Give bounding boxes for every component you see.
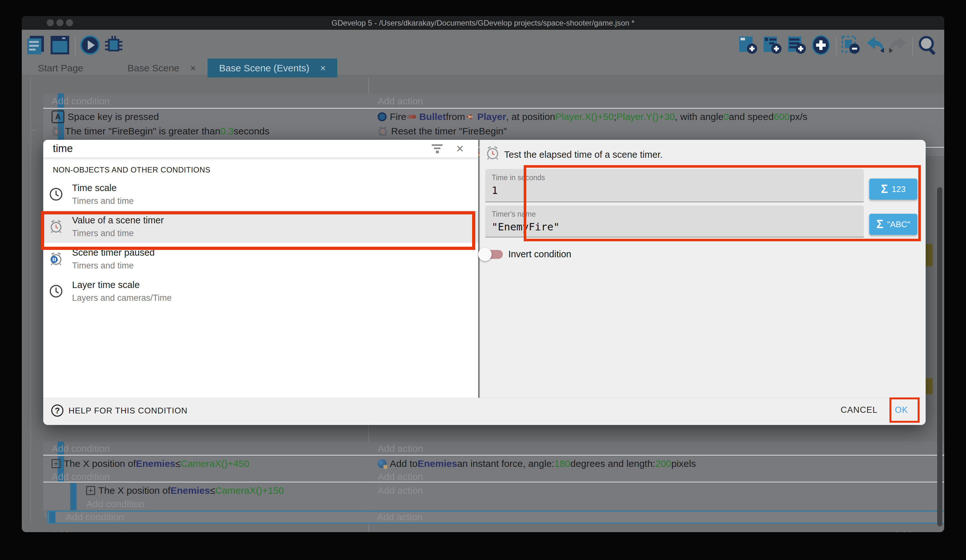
debug-icon[interactable] xyxy=(104,35,124,55)
conditions-cell: Add condition xyxy=(43,93,368,109)
annotation-rect-parameter-fields xyxy=(524,165,921,241)
instruction-text[interactable]: The timer "FireBegin" is greater than 0.… xyxy=(43,124,368,138)
screenshot-root: GDevelop 5 - /Users/dkarakay/Documents/G… xyxy=(0,0,966,560)
event-row[interactable]: Add conditionAdd action xyxy=(43,93,944,109)
condition-list-item[interactable]: Layer time scaleLayers and cameras/Time xyxy=(43,275,478,308)
scrollbar-thumb[interactable] xyxy=(937,187,942,526)
titlebar: GDevelop 5 - /Users/dkarakay/Documents/G… xyxy=(22,16,944,30)
instruction-text[interactable]: ASpace key is pressed xyxy=(43,110,368,124)
event-tree-line xyxy=(30,129,36,130)
bullet-object-icon xyxy=(406,115,416,119)
add-circle-icon[interactable] xyxy=(811,35,831,55)
annotation-rect-selected-condition xyxy=(41,211,475,250)
event-tree-line xyxy=(30,77,31,522)
toolbar-separator xyxy=(75,37,76,56)
actions-cell: Add action xyxy=(369,442,944,456)
instruction-text[interactable]: The X position of Enemies ≤ CameraX()+45… xyxy=(43,456,368,471)
add-instruction-link[interactable]: Add action xyxy=(369,442,944,456)
force-icon xyxy=(378,459,387,468)
add-instruction-link[interactable]: Add action xyxy=(369,93,944,109)
tab-bar: Start PageBase Scene×Base Scene (Events)… xyxy=(22,59,944,77)
invert-condition-label: Invert condition xyxy=(508,249,572,260)
scene-editor-icon[interactable] xyxy=(50,35,70,55)
close-icon[interactable]: × xyxy=(455,143,465,154)
instruction-text[interactable]: The X position of Enemies ≤ CameraX()+15… xyxy=(78,483,368,498)
timer-icon xyxy=(52,126,62,136)
position-icon xyxy=(52,459,61,468)
condition-group: Timers and time xyxy=(72,261,134,271)
condition-list-panel: time × NON-OBJECTS AND OTHER CONDITIONS … xyxy=(43,140,478,398)
add-condition-link[interactable]: Add condition xyxy=(58,512,124,522)
add-instruction-link[interactable]: Add action xyxy=(369,483,944,498)
condition-title: Time scale xyxy=(72,183,117,193)
clock-icon xyxy=(49,284,63,298)
project-manager-icon[interactable] xyxy=(26,35,46,55)
search-bar: time × xyxy=(43,140,478,157)
add-more-link[interactable]: Add... xyxy=(894,529,918,532)
selected-empty-event[interactable]: Add condition Add action xyxy=(48,511,944,524)
clock-icon xyxy=(49,187,63,201)
event-handle-bar[interactable] xyxy=(70,483,77,510)
delete-event-icon[interactable] xyxy=(840,35,860,55)
help-button[interactable]: ? HELP FOR THIS CONDITION xyxy=(51,404,188,417)
add-instruction-link[interactable]: Add condition xyxy=(78,498,368,510)
add-action-link[interactable]: Add action xyxy=(369,512,422,522)
fire-bullet-icon xyxy=(378,112,387,121)
instruction-text[interactable]: Add to Enemies an instant force, angle: … xyxy=(369,456,944,471)
conditions-cell: The X position of Enemies ≤ CameraX()+45… xyxy=(43,456,368,483)
alarm-clock-icon xyxy=(485,146,500,160)
add-instruction-link[interactable]: Add condition xyxy=(43,471,368,483)
cancel-button[interactable]: CANCEL xyxy=(840,405,877,415)
help-icon: ? xyxy=(51,404,63,417)
conditions-cell: Add condition xyxy=(43,442,368,456)
conditions-cell: The X position of Enemies ≤ CameraX()+15… xyxy=(78,483,368,510)
tab-label: Base Scene (Events) xyxy=(219,63,309,74)
help-label: HELP FOR THIS CONDITION xyxy=(69,406,188,416)
condition-group: Timers and time xyxy=(72,196,134,206)
dialog-footer: ? HELP FOR THIS CONDITION CANCEL OK xyxy=(43,398,926,425)
redo-icon[interactable] xyxy=(888,35,909,55)
actions-cell: Add action xyxy=(369,483,944,510)
tab-label: Start Page xyxy=(38,63,83,74)
tab-base-scene-events-[interactable]: Base Scene (Events)× xyxy=(207,59,337,77)
tab-close-icon[interactable]: × xyxy=(190,63,196,74)
event-row[interactable]: The X position of Enemies ≤ CameraX()+15… xyxy=(43,483,944,510)
tab-base-scene[interactable]: Base Scene× xyxy=(118,59,205,77)
tab-label: Base Scene xyxy=(128,63,179,74)
condition-description: Test the elapsed time of a scene timer. xyxy=(504,149,663,160)
instruction-text[interactable]: Fire Bullet from Player, at position Pla… xyxy=(369,110,944,124)
actions-cell: Add to Enemies an instant force, angle: … xyxy=(369,456,944,483)
play-icon[interactable] xyxy=(80,35,100,55)
keyboard-key-icon: A xyxy=(52,110,64,123)
add-instruction-link[interactable]: Add action xyxy=(369,471,944,483)
filter-icon[interactable] xyxy=(431,144,443,154)
alarm-pause-icon xyxy=(49,252,63,266)
invert-condition-toggle-knob[interactable] xyxy=(478,248,492,261)
section-header: NON-OBJECTS AND OTHER CONDITIONS xyxy=(53,165,210,174)
condition-list-item[interactable]: Time scaleTimers and time xyxy=(43,178,478,211)
event-row[interactable]: Add conditionAdd action xyxy=(43,442,944,456)
event-row[interactable]: The X position of Enemies ≤ CameraX()+45… xyxy=(43,456,944,483)
event-handle-bar[interactable] xyxy=(49,512,56,522)
toolbar-separator xyxy=(836,37,836,56)
search-icon[interactable] xyxy=(917,35,938,56)
field-value[interactable]: 1 xyxy=(492,184,498,196)
add-event-icon[interactable] xyxy=(738,35,758,55)
player-object-icon xyxy=(465,112,474,121)
condition-group: Layers and cameras/Time xyxy=(72,293,172,303)
add-comment-icon[interactable] xyxy=(787,35,807,55)
toolbar-separator xyxy=(912,37,913,56)
tab-close-icon[interactable]: × xyxy=(320,63,326,74)
add-instruction-link[interactable]: Add condition xyxy=(43,93,368,109)
tab-start-page[interactable]: Start Page xyxy=(28,59,93,77)
instruction-text[interactable]: Reset the timer "FireBegin" xyxy=(369,124,944,138)
add-instruction-link[interactable]: Add condition xyxy=(43,442,368,456)
add-subevent-icon[interactable] xyxy=(762,35,782,55)
search-input[interactable]: time xyxy=(53,142,73,155)
add-new-event-link[interactable]: Add a new event xyxy=(51,529,123,532)
undo-icon[interactable] xyxy=(864,35,885,55)
window-title: GDevelop 5 - /Users/dkarakay/Documents/G… xyxy=(22,16,944,30)
condition-title: Layer time scale xyxy=(72,280,140,290)
actions-cell: Add action xyxy=(369,93,944,109)
position-icon xyxy=(86,486,95,495)
